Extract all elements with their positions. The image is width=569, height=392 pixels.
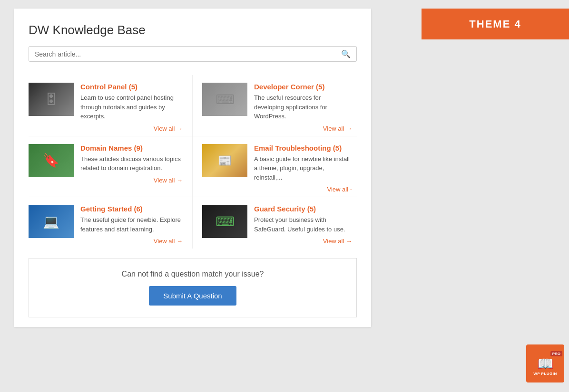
- category-grid: Control Panel (5) Learn to use control p…: [29, 75, 357, 249]
- theme-badge-label: THEME 4: [469, 18, 521, 30]
- category-thumbnail: [202, 83, 247, 116]
- search-button[interactable]: 🔍: [341, 49, 351, 58]
- category-count: (5): [333, 144, 342, 152]
- category-item: Control Panel (5) Learn to use control p…: [29, 75, 193, 136]
- page-title: DW Knowledge Base: [29, 23, 357, 38]
- category-item: Email Troubleshooting (5) A basic guide …: [193, 136, 357, 198]
- category-content: Control Panel (5) Learn to use control p…: [80, 83, 183, 132]
- category-item: Getting Started (6) The useful guide for…: [29, 197, 193, 249]
- page-wrapper: THEME 4 PRO 📖 WP PLUGIN DW Knowledge Bas…: [0, 0, 569, 392]
- category-thumbnail: [202, 205, 247, 238]
- category-content: Getting Started (6) The useful guide for…: [80, 205, 183, 245]
- view-all-link[interactable]: View all →: [254, 238, 352, 245]
- category-thumbnail: [29, 83, 74, 116]
- search-bar: 🔍: [29, 46, 357, 62]
- view-all-link[interactable]: View all →: [80, 125, 183, 132]
- category-title[interactable]: Developer Corner (5): [254, 83, 352, 91]
- category-description: The useful resources for developing appl…: [254, 93, 352, 121]
- category-content: Email Troubleshooting (5) A basic guide …: [254, 144, 352, 193]
- category-content: Guard Security (5) Protect your business…: [254, 205, 352, 245]
- category-title[interactable]: Control Panel (5): [80, 83, 183, 91]
- category-thumbnail: [202, 144, 247, 177]
- cta-text: Can not find a question match your issue…: [39, 270, 347, 278]
- category-title[interactable]: Getting Started (6): [80, 205, 183, 213]
- category-description: A basic guide for newbie like install a …: [254, 154, 352, 182]
- category-description: Learn to use control panel hosting throu…: [80, 93, 183, 121]
- category-thumbnail: [29, 205, 74, 238]
- category-title[interactable]: Guard Security (5): [254, 205, 352, 213]
- category-title[interactable]: Domain Names (9): [80, 144, 183, 152]
- category-item: Guard Security (5) Protect your business…: [193, 197, 357, 249]
- category-description: Protect your business with SafeGuard. Us…: [254, 215, 352, 234]
- theme-badge: THEME 4: [422, 9, 569, 39]
- view-all-link[interactable]: View all →: [80, 177, 183, 184]
- view-all-link[interactable]: View all →: [80, 238, 183, 245]
- cta-section: Can not find a question match your issue…: [29, 258, 357, 317]
- book-icon: 📖: [537, 357, 554, 371]
- category-item: Developer Corner (5) The useful resource…: [193, 75, 357, 136]
- category-count: (6): [134, 205, 143, 213]
- view-all-link[interactable]: View all →: [254, 125, 352, 132]
- category-item: Domain Names (9) These articles discuss …: [29, 136, 193, 198]
- category-thumbnail: [29, 144, 74, 177]
- category-count: (5): [129, 83, 137, 91]
- category-title[interactable]: Email Troubleshooting (5): [254, 144, 352, 152]
- category-content: Domain Names (9) These articles discuss …: [80, 144, 183, 184]
- category-content: Developer Corner (5) The useful resource…: [254, 83, 352, 132]
- category-count: (9): [134, 144, 143, 152]
- plugin-text: WP PLUGIN: [533, 372, 557, 376]
- pro-label: PRO: [550, 351, 562, 356]
- wp-plugin-badge[interactable]: PRO 📖 WP PLUGIN: [526, 344, 564, 382]
- main-card: DW Knowledge Base 🔍 Control Panel (5) Le…: [14, 9, 371, 327]
- view-all-link[interactable]: View all -: [254, 186, 352, 193]
- category-description: The useful guide for newbie. Explore fea…: [80, 215, 183, 234]
- category-count: (5): [307, 205, 316, 213]
- category-count: (5): [316, 83, 324, 91]
- search-input[interactable]: [35, 50, 341, 58]
- category-description: These articles discuss various topics re…: [80, 154, 183, 173]
- submit-question-button[interactable]: Submit A Question: [149, 286, 236, 306]
